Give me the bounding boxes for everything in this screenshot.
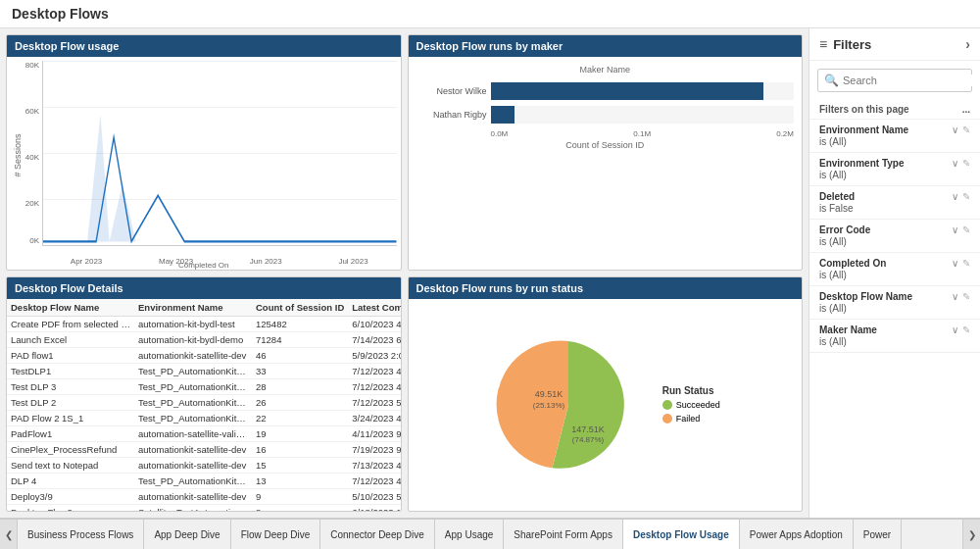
filter-controls-0: ∨ ✎ [952, 125, 970, 135]
filter-value-6: is (All) [819, 336, 970, 347]
details-panel-header: Desktop Flow Details [7, 277, 401, 299]
filter-edit-5[interactable]: ✎ [962, 291, 970, 302]
tab-power[interactable]: Power [854, 520, 902, 549]
cell-flow-name: PAD flow1 [7, 347, 134, 363]
cell-count: 26 [252, 394, 348, 410]
tabs-nav-prev[interactable]: ❮ [0, 520, 18, 549]
filter-item-1[interactable]: Environment Type ∨ ✎ is (All) [809, 153, 980, 186]
x-label-apr: Apr 2023 [71, 257, 102, 266]
table-header-row: Desktop Flow Name Environment Name Count… [7, 299, 401, 317]
cell-env: Test_PD_AutomationKit_Satellite [134, 473, 252, 488]
filter-value-4: is (All) [819, 270, 970, 280]
table-row: CinePlex_ProcessRefund automationkit-sat… [7, 441, 401, 457]
cell-env: automation-satellite-validation [134, 425, 252, 441]
maker-panel: Desktop Flow runs by maker Maker Name Ne… [408, 34, 804, 271]
cell-completed: 7/13/2023 4:30:51 AM [348, 457, 400, 473]
filter-item-header-2: Deleted ∨ ✎ [819, 191, 970, 202]
cell-env: automation-kit-bydl-test [134, 316, 252, 331]
cell-env: Test_PD_AutomationKit_Satellite [134, 394, 252, 410]
details-tbody: Create PDF from selected PDF page(s) - C… [7, 316, 401, 511]
filter-item-4[interactable]: Completed On ∨ ✎ is (All) [809, 253, 980, 286]
details-table: Desktop Flow Name Environment Name Count… [7, 299, 401, 512]
tab-business-process-flows[interactable]: Business Process Flows [18, 520, 144, 549]
x-axis-title: Completed On [178, 261, 229, 270]
tab-app-usage[interactable]: App Usage [435, 520, 504, 549]
cell-env: automationkit-satellite-dev [134, 488, 252, 504]
tab-sharepoint-form-apps[interactable]: SharePoint Form Apps [504, 520, 623, 549]
filter-controls-1: ∨ ✎ [952, 158, 970, 169]
table-row: PadFlow1 automation-satellite-validation… [7, 425, 401, 441]
filter-value-1: is (All) [819, 170, 970, 180]
filter-chevron-3[interactable]: ∨ [952, 225, 958, 235]
cell-flow-name: DLP 4 [7, 473, 134, 488]
cell-completed: 7/19/2023 9:22:52 AM [348, 441, 400, 457]
cell-count: 9 [252, 488, 348, 504]
filter-item-5[interactable]: Desktop Flow Name ∨ ✎ is (All) [809, 286, 980, 320]
pie-container: 49.51K (25.13%) 147.51K (74.87%) Run Sta… [413, 303, 799, 508]
filter-search-input[interactable] [843, 75, 978, 86]
maker-panel-header: Desktop Flow runs by maker [409, 35, 803, 57]
filter-edit-6[interactable]: ✎ [962, 324, 970, 335]
filter-item-6[interactable]: Maker Name ∨ ✎ is (All) [809, 320, 980, 353]
failed-dot [662, 414, 672, 424]
filters-sidebar: ≡ Filters › 🔍 Filters on this page ... E… [808, 28, 980, 518]
tab-connector-deep-dive[interactable]: Connector Deep Dive [320, 520, 435, 549]
tab-app-deep-dive[interactable]: App Deep Dive [144, 520, 230, 549]
details-panel-body: Desktop Flow Name Environment Name Count… [7, 299, 401, 512]
succeeded-label-val: 147.51K [571, 424, 605, 434]
filter-edit-0[interactable]: ✎ [962, 125, 970, 135]
tab-power-apps-adoption[interactable]: Power Apps Adoption [740, 520, 854, 549]
sidebar-close-button[interactable]: › [965, 36, 970, 52]
filter-chevron-1[interactable]: ∨ [952, 158, 958, 169]
filter-edit-3[interactable]: ✎ [962, 225, 970, 235]
tabs-nav-next[interactable]: ❯ [962, 520, 980, 549]
filter-item-header-3: Error Code ∨ ✎ [819, 225, 970, 235]
col-session-count: Count of Session ID [252, 299, 348, 317]
maker-panel-body: Maker Name Nestor Wilke Nathan Rigby [409, 57, 803, 270]
run-status-title: Run Status [662, 385, 720, 396]
details-table-wrapper[interactable]: Desktop Flow Name Environment Name Count… [7, 299, 401, 512]
tab-flow-deep-dive[interactable]: Flow Deep Dive [231, 520, 321, 549]
cell-count: 8 [252, 504, 348, 511]
filters-on-page-header: Filters on this page ... [809, 100, 980, 120]
filter-chevron-6[interactable]: ∨ [952, 324, 958, 335]
filter-edit-1[interactable]: ✎ [962, 158, 970, 169]
cell-count: 15 [252, 457, 348, 473]
table-row: Desktop Flow2 Satellite_TestAutomationKI… [7, 504, 401, 511]
filter-item-2[interactable]: Deleted ∨ ✎ is False [809, 186, 980, 220]
filter-name-4: Completed On [819, 258, 886, 269]
cell-count: 28 [252, 378, 348, 394]
col-latest-completed: Latest Completed On [348, 299, 400, 317]
details-panel: Desktop Flow Details Desktop Flow Name E… [6, 276, 402, 513]
filter-chevron-2[interactable]: ∨ [952, 191, 958, 202]
table-row: Test DLP 2 Test_PD_AutomationKit_Satelli… [7, 394, 401, 410]
cell-count: 125482 [252, 316, 348, 331]
filter-item-0[interactable]: Environment Name ∨ ✎ is (All) [809, 120, 980, 153]
filter-items-container: Environment Name ∨ ✎ is (All) Environmen… [809, 120, 980, 518]
filter-edit-2[interactable]: ✎ [962, 191, 970, 202]
cell-flow-name: PadFlow1 [7, 425, 134, 441]
filter-controls-2: ∨ ✎ [952, 191, 970, 202]
filter-controls-4: ∨ ✎ [952, 258, 970, 269]
maker-bar-bg-2 [491, 106, 795, 124]
app-title: Desktop Flows [12, 6, 109, 22]
x-label-jul: Jul 2023 [338, 257, 368, 266]
tab-desktop-flow-usage[interactable]: Desktop Flow Usage [623, 520, 740, 549]
maker-row-2: Nathan Rigby [416, 106, 795, 124]
filter-chevron-5[interactable]: ∨ [952, 291, 958, 302]
cell-flow-name: Test DLP 3 [7, 378, 134, 394]
cell-completed: 7/12/2023 4:32:05 AM [348, 378, 400, 394]
maker-bar-bg-1 [491, 82, 795, 100]
cell-env: automationkit-satellite-dev [134, 347, 252, 363]
maker-row-1: Nestor Wilke [416, 82, 795, 100]
cell-completed: 6/18/2023 10:30:24 AM [348, 504, 400, 511]
col-flow-name: Desktop Flow Name [7, 299, 134, 317]
table-row: Send text to Notepad automationkit-satel… [7, 457, 401, 473]
maker-label-1: Nestor Wilke [416, 86, 487, 96]
filter-chevron-4[interactable]: ∨ [952, 258, 958, 269]
filter-item-3[interactable]: Error Code ∨ ✎ is (All) [809, 220, 980, 253]
filter-chevron-0[interactable]: ∨ [952, 125, 958, 135]
filters-more-button[interactable]: ... [962, 104, 970, 115]
filter-edit-4[interactable]: ✎ [962, 258, 970, 269]
failed-label-pct: (25.13%) [532, 401, 564, 410]
